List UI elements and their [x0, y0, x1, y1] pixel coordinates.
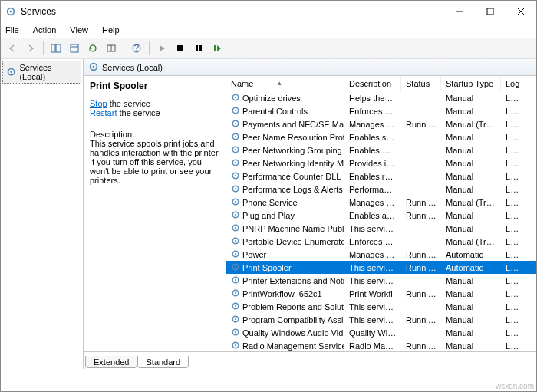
menu-view[interactable]: View: [68, 25, 90, 35]
table-row[interactable]: Print SpoolerThis service ...RunningAuto…: [226, 261, 536, 274]
service-rows[interactable]: Optimize drivesHelps the c...ManualLocPa…: [226, 91, 536, 351]
restart-service-line: Restart the service: [90, 108, 220, 117]
stop-service-button[interactable]: [172, 40, 189, 57]
service-description: Enables serv...: [344, 133, 401, 142]
svg-point-56: [235, 318, 236, 319]
col-logon[interactable]: Log: [501, 76, 522, 91]
service-description: Print Workfl: [344, 289, 401, 298]
close-button[interactable]: [506, 1, 536, 22]
restart-service-button[interactable]: [209, 40, 226, 57]
service-logon: Loc: [501, 159, 522, 168]
tab-extended[interactable]: Extended: [85, 356, 137, 368]
maximize-button[interactable]: [475, 1, 506, 22]
svg-text:?: ?: [134, 43, 139, 52]
table-row[interactable]: Plug and PlayEnables a c...RunningManual…: [226, 209, 536, 222]
svg-point-24: [235, 109, 236, 110]
service-name: PrintWorkflow_652c1: [242, 289, 322, 298]
service-name: Peer Networking Grouping: [242, 146, 342, 155]
table-row[interactable]: Printer Extensions and Notif...This serv…: [226, 274, 536, 287]
table-row[interactable]: PNRP Machine Name Publi...This service .…: [226, 222, 536, 235]
service-name: Optimize drives: [242, 94, 301, 103]
gear-icon: [231, 262, 240, 273]
table-row[interactable]: Optimize drivesHelps the c...ManualLoc: [226, 91, 536, 104]
service-startup: Manual: [441, 302, 501, 311]
service-name: Payments and NFC/SE Man...: [242, 120, 344, 129]
service-name: Portable Device Enumerator...: [242, 237, 344, 246]
service-description: Enables rem...: [344, 172, 401, 181]
nav-forward-button[interactable]: [22, 40, 39, 57]
service-description: This service ...: [344, 224, 401, 233]
service-logon: Loc: [501, 341, 522, 351]
table-row[interactable]: Portable Device Enumerator...Enforces gr…: [226, 235, 536, 248]
table-row[interactable]: Peer Name Resolution Prot...Enables serv…: [226, 130, 536, 143]
table-row[interactable]: PowerManages p...RunningAutomaticLoc: [226, 248, 536, 261]
service-description: Manages p...: [344, 250, 401, 259]
tab-standard[interactable]: Standard: [137, 356, 189, 368]
service-name: Program Compatibility Assi...: [242, 315, 344, 324]
properties-button[interactable]: [66, 40, 83, 57]
refresh-button[interactable]: [84, 40, 101, 57]
table-row[interactable]: Radio Management ServiceRadio Mana...Run…: [226, 339, 536, 351]
table-row[interactable]: Problem Reports and Soluti...This servic…: [226, 300, 536, 313]
service-description: Radio Mana...: [344, 341, 401, 351]
gear-icon: [231, 93, 240, 104]
svg-point-50: [235, 278, 236, 280]
gear-icon: [231, 315, 240, 325]
service-name: Problem Reports and Soluti...: [242, 302, 344, 311]
service-name: Peer Networking Identity M...: [242, 159, 344, 168]
table-row[interactable]: Payments and NFC/SE Man...Manages pa...R…: [226, 117, 536, 130]
table-row[interactable]: Peer Networking GroupingEnables mul...Ma…: [226, 143, 536, 156]
table-row[interactable]: Performance Logs & AlertsPerformanc...Ma…: [226, 183, 536, 196]
nav-back-button[interactable]: [4, 40, 21, 57]
service-startup: Manual: [441, 185, 501, 194]
gear-icon: [231, 171, 240, 182]
service-startup: Manual (Trig...: [441, 237, 501, 246]
stop-link[interactable]: Stop: [90, 99, 107, 108]
menu-action[interactable]: Action: [31, 25, 58, 35]
export-list-button[interactable]: [103, 40, 120, 57]
col-description[interactable]: Description: [344, 76, 401, 91]
svg-point-20: [93, 65, 95, 68]
show-hide-tree-button[interactable]: [48, 40, 64, 57]
table-row[interactable]: Phone ServiceManages th...RunningManual …: [226, 196, 536, 209]
toolbar: ?: [1, 38, 536, 59]
gear-icon: [231, 106, 240, 117]
services-app-icon: [5, 6, 16, 17]
col-name[interactable]: Name▲: [226, 76, 344, 91]
table-row[interactable]: Peer Networking Identity M...Provides id…: [226, 156, 536, 170]
pause-service-button[interactable]: [190, 40, 207, 57]
minimize-button[interactable]: [444, 1, 475, 22]
tree-node-services-local[interactable]: Services (Local): [2, 61, 81, 84]
service-startup: Manual: [441, 315, 501, 324]
restart-link[interactable]: Restart: [90, 108, 117, 117]
col-startup[interactable]: Startup Type: [441, 76, 501, 91]
gear-icon: [231, 341, 240, 351]
service-logon: Loc: [501, 224, 522, 233]
svg-point-44: [235, 239, 236, 241]
svg-point-38: [235, 200, 236, 202]
sort-asc-icon: ▲: [276, 80, 282, 87]
svg-point-18: [10, 71, 12, 73]
menu-help[interactable]: Help: [100, 25, 121, 35]
service-description: This service ...: [344, 263, 401, 272]
table-row[interactable]: PrintWorkflow_652c1Print WorkflRunningMa…: [226, 287, 536, 300]
table-row[interactable]: Performance Counter DLL ...Enables rem..…: [226, 170, 536, 183]
start-service-button[interactable]: [153, 40, 170, 57]
svg-rect-6: [51, 44, 55, 52]
service-name: Radio Management Service: [242, 341, 344, 351]
gear-icon: [6, 67, 16, 77]
description-label: Description:: [90, 130, 220, 139]
table-row[interactable]: Parental ControlsEnforces pa...ManualLoc: [226, 104, 536, 117]
stop-service-line: Stop the service: [90, 99, 220, 108]
toolbar-separator: [149, 41, 150, 55]
table-row[interactable]: Program Compatibility Assi...This servic…: [226, 313, 536, 326]
table-row[interactable]: Quality Windows Audio Vid...Quality Win.…: [226, 326, 536, 339]
help-button[interactable]: ?: [128, 40, 145, 57]
service-description: Manages th...: [344, 198, 401, 207]
service-status: Running: [401, 289, 441, 298]
service-logon: Loc: [501, 146, 522, 155]
col-status[interactable]: Status: [401, 76, 441, 91]
tree-node-label: Services (Local): [19, 63, 77, 81]
service-description: This service ...: [344, 302, 401, 311]
menu-file[interactable]: File: [4, 25, 21, 35]
